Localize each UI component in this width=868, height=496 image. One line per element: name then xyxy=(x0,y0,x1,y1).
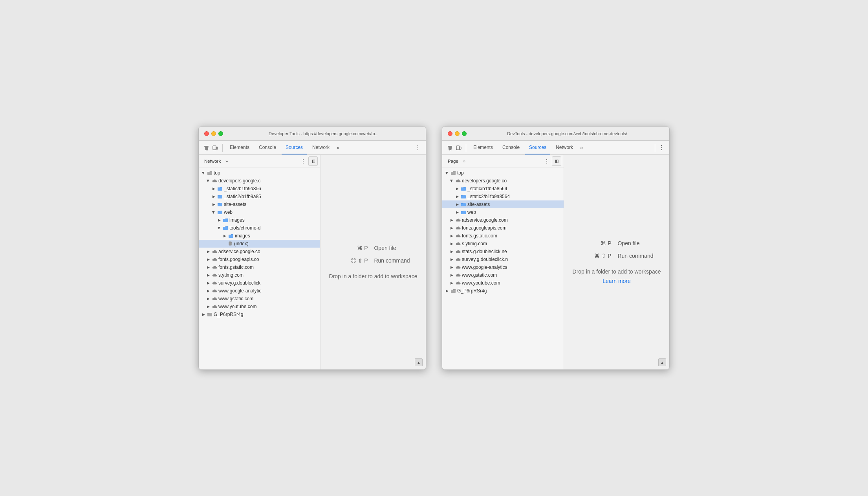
traffic-lights-1 xyxy=(204,131,223,136)
tree-item-adservice-2[interactable]: ▶ adservice.google.com xyxy=(442,216,564,224)
tree-item-static1-2[interactable]: ▶ _static/b1fb9a8564 xyxy=(442,185,564,193)
tree-label-doubleclick-1: survey.g.doubleclick xyxy=(218,280,260,286)
tree-item-gp6rp-1[interactable]: ▶ G_P6rpRSr4g xyxy=(199,310,320,318)
tree-item-static2-1[interactable]: ▶ _static2/b1fb9a85 xyxy=(199,193,320,200)
tree-item-tools-1[interactable]: ▶ tools/chrome-d xyxy=(199,224,320,232)
panel-menu-icon-1[interactable]: ⋮ xyxy=(300,158,306,164)
tree-item-doubleclick-1[interactable]: ▶ survey.g.doubleclick xyxy=(199,279,320,287)
tree-item-index-1[interactable]: ▶ (index) xyxy=(199,240,320,248)
tab-elements-1[interactable]: Elements xyxy=(226,141,253,154)
learn-more-link[interactable]: Learn more xyxy=(602,278,631,284)
tree-item-static1-1[interactable]: ▶ _static/b1fb9a856 xyxy=(199,185,320,193)
tree-item-images-1[interactable]: ▶ images xyxy=(199,216,320,224)
minimize-button-1[interactable] xyxy=(211,131,216,136)
cloud-icon-doubleclick2-2 xyxy=(455,257,461,262)
svg-rect-10 xyxy=(229,242,232,245)
tab-network-1[interactable]: Network xyxy=(308,141,333,154)
tree-item-gstatic-1[interactable]: ▶ fonts.gstatic.com xyxy=(199,263,320,271)
device-icon-2[interactable] xyxy=(455,144,463,152)
tree-item-gp6rp-2[interactable]: ▶ G_P6rpRSr4g xyxy=(442,287,564,295)
tree-item-adservice-1[interactable]: ▶ adservice.google.co xyxy=(199,248,320,255)
tree-item-analytics-1[interactable]: ▶ www.google-analytic xyxy=(199,287,320,295)
tree-item-top-1[interactable]: ▶ top xyxy=(199,169,320,177)
tree-item-youtube-1[interactable]: ▶ www.youtube.com xyxy=(199,303,320,310)
editor-panel-2: ⌘ P Open file ⌘ ⇧ P Run command Drop in … xyxy=(564,155,669,369)
tree-item-siteassets-1[interactable]: ▶ site-assets xyxy=(199,200,320,208)
tree-arrow-gstatic-2: ▶ xyxy=(449,233,454,238)
inspect-icon[interactable] xyxy=(202,144,210,152)
maximize-button-2[interactable] xyxy=(462,131,467,136)
panel-tab-network-1[interactable]: Network xyxy=(201,157,224,165)
tab-sources-1[interactable]: Sources xyxy=(282,141,307,154)
window-title-1: Developer Tools - https://developers.goo… xyxy=(227,131,420,136)
more-tabs-icon-2[interactable]: » xyxy=(579,144,584,151)
cloud-icon-doubleclick-1 xyxy=(212,280,217,286)
tree-item-web-1[interactable]: ▶ web xyxy=(199,208,320,216)
tree-item-ytimg-1[interactable]: ▶ s.ytimg.com xyxy=(199,271,320,279)
tree-item-images2-1[interactable]: ▶ images xyxy=(199,232,320,240)
tree-item-analytics-2[interactable]: ▶ www.google-analytics xyxy=(442,263,564,271)
tree-label-analytics-2: www.google-analytics xyxy=(462,265,507,270)
close-button-1[interactable] xyxy=(204,131,209,136)
more-tabs-icon-1[interactable]: » xyxy=(335,144,341,151)
scroll-to-top-btn-2[interactable]: ▲ xyxy=(658,358,666,366)
panel-more-1[interactable]: » xyxy=(224,159,229,163)
open-file-row-1: ⌘ P Open file xyxy=(336,245,410,251)
cloud-icon-adservice-2 xyxy=(455,217,461,223)
tree-arrow-youtube-1: ▶ xyxy=(206,304,211,309)
tree-item-youtube-2[interactable]: ▶ www.youtube.com xyxy=(442,279,564,287)
panel-more-2[interactable]: » xyxy=(461,159,467,163)
panel-menu-icon-2[interactable]: ⋮ xyxy=(544,158,549,164)
file-icon-index-1 xyxy=(228,241,233,246)
tree-arrow-static2-2: ▶ xyxy=(455,194,460,199)
folder-icon-images-1 xyxy=(223,217,228,223)
tree-arrow-adservice-2: ▶ xyxy=(449,218,454,222)
minimize-button-2[interactable] xyxy=(455,131,460,136)
tree-item-ytimg-2[interactable]: ▶ s.ytimg.com xyxy=(442,240,564,248)
kebab-menu-icon-2[interactable]: ⋮ xyxy=(657,143,666,152)
svg-rect-4 xyxy=(218,195,222,198)
cloud-icon-gstatic2-2 xyxy=(455,272,461,278)
open-file-keys-1: ⌘ P xyxy=(336,245,368,251)
tree-item-dev-2[interactable]: ▶ developers.google.co xyxy=(442,177,564,185)
open-file-row-2: ⌘ P Open file xyxy=(580,240,653,246)
tab-sources-2[interactable]: Sources xyxy=(525,141,550,154)
tree-arrow-top-1: ▶ xyxy=(201,171,206,175)
tree-item-siteassets-2[interactable]: ▶ site-assets xyxy=(442,200,564,208)
tree-item-static2-2[interactable]: ▶ _static2/b1fb9a8564 xyxy=(442,193,564,200)
tree-item-doubleclick2-2[interactable]: ▶ survey.g.doubleclick.n xyxy=(442,255,564,263)
tree-item-dev-1[interactable]: ▶ developers.google.c xyxy=(199,177,320,185)
close-button-2[interactable] xyxy=(448,131,452,136)
device-icon[interactable] xyxy=(211,144,219,152)
panel-collapse-btn-2[interactable]: ◧ xyxy=(552,156,561,166)
tree-item-gstatic2-1[interactable]: ▶ www.gstatic.com xyxy=(199,295,320,303)
tab-console-2[interactable]: Console xyxy=(498,141,524,154)
cloud-icon-googleapis-2 xyxy=(455,225,461,231)
maximize-button-1[interactable] xyxy=(218,131,223,136)
scroll-to-top-btn-1[interactable]: ▲ xyxy=(415,358,423,366)
tree-item-googleapis-1[interactable]: ▶ fonts.googleapis.co xyxy=(199,255,320,263)
kebab-menu-icon-1[interactable]: ⋮ xyxy=(413,143,423,152)
tree-item-googleapis-2[interactable]: ▶ fonts.googleapis.com xyxy=(442,224,564,232)
svg-rect-14 xyxy=(451,172,456,175)
panel-collapse-btn-1[interactable]: ◧ xyxy=(308,156,318,166)
tab-console-1[interactable]: Console xyxy=(255,141,280,154)
panel-tab-page-2[interactable]: Page xyxy=(445,157,461,165)
cloud-icon-analytics-2 xyxy=(455,265,461,270)
tree-item-gstatic2-2[interactable]: ▶ www.gstatic.com xyxy=(442,271,564,279)
cmd-symbol-3: ⌘ xyxy=(601,240,606,246)
inspect-icon-2[interactable] xyxy=(445,144,453,152)
open-file-label-2: Open file xyxy=(617,240,639,246)
title-bar-2: DevTools - developers.google.com/web/too… xyxy=(442,127,669,141)
tree-label-youtube-1: www.youtube.com xyxy=(218,304,256,309)
tree-item-gstatic-2[interactable]: ▶ fonts.gstatic.com xyxy=(442,232,564,240)
tree-arrow-images2-1: ▶ xyxy=(222,233,227,238)
tree-item-top-2[interactable]: ▶ top xyxy=(442,169,564,177)
tree-item-doubleclick1-2[interactable]: ▶ stats.g.doubleclick.ne xyxy=(442,248,564,255)
tab-network-2[interactable]: Network xyxy=(552,141,577,154)
tab-elements-2[interactable]: Elements xyxy=(469,141,497,154)
run-cmd-label-2: Run command xyxy=(617,253,653,259)
tree-label-images-1: images xyxy=(229,217,245,223)
folder-icon-top-2 xyxy=(450,170,456,176)
tree-item-web-2[interactable]: ▶ web xyxy=(442,208,564,216)
